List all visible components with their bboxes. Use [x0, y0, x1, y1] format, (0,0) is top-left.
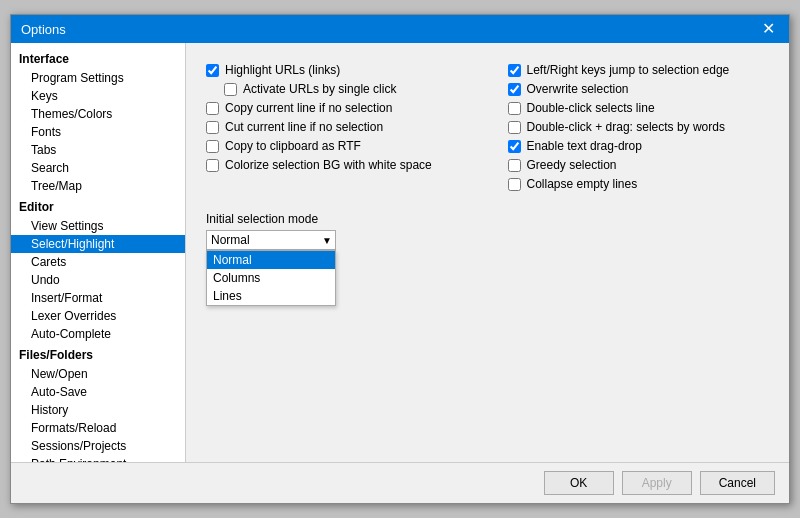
sidebar-item-select-highlight[interactable]: Select/Highlight	[11, 235, 185, 253]
sidebar-item-undo[interactable]: Undo	[11, 271, 185, 289]
sidebar-item-tree-map[interactable]: Tree/Map	[11, 177, 185, 195]
checkbox-label-cb10[interactable]: Double-click + drag: selects by words	[527, 120, 725, 134]
checkbox-row-cb1: Highlight URLs (links)	[206, 63, 468, 77]
content-area: Highlight URLs (links)Activate URLs by s…	[186, 43, 789, 462]
sidebar-item-auto-complete[interactable]: Auto-Complete	[11, 325, 185, 343]
dropdown-option-lines[interactable]: Lines	[207, 287, 335, 305]
sidebar-item-formats-reload[interactable]: Formats/Reload	[11, 419, 185, 437]
checkbox-label-cb8[interactable]: Overwrite selection	[527, 82, 629, 96]
dialog-body: InterfaceProgram SettingsKeysThemes/Colo…	[11, 43, 789, 462]
dialog-title: Options	[21, 22, 66, 37]
sidebar-item-program-settings[interactable]: Program Settings	[11, 69, 185, 87]
sidebar-item-keys[interactable]: Keys	[11, 87, 185, 105]
checkbox-cb9[interactable]	[508, 102, 521, 115]
checkbox-label-cb2[interactable]: Activate URLs by single click	[243, 82, 396, 96]
checkbox-cb12[interactable]	[508, 159, 521, 172]
checkbox-cb10[interactable]	[508, 121, 521, 134]
checkbox-cb8[interactable]	[508, 83, 521, 96]
sidebar-item-new-open[interactable]: New/Open	[11, 365, 185, 383]
checkbox-cb2[interactable]	[224, 83, 237, 96]
checkbox-cb6[interactable]	[206, 159, 219, 172]
checkbox-cb4[interactable]	[206, 121, 219, 134]
selection-mode-select[interactable]: NormalColumnsLines	[206, 230, 336, 250]
checkbox-row-cb6: Colorize selection BG with white space	[206, 158, 468, 172]
checkbox-row-cb5: Copy to clipboard as RTF	[206, 139, 468, 153]
dropdown-option-normal[interactable]: Normal	[207, 251, 335, 269]
sidebar-section-header: Files/Folders	[11, 345, 185, 365]
checkbox-label-cb11[interactable]: Enable text drag-drop	[527, 139, 642, 153]
checkbox-label-cb9[interactable]: Double-click selects line	[527, 101, 655, 115]
dropdown-option-columns[interactable]: Columns	[207, 269, 335, 287]
close-button[interactable]: ✕	[758, 21, 779, 37]
left-column: Highlight URLs (links)Activate URLs by s…	[206, 63, 468, 196]
checkbox-label-cb5[interactable]: Copy to clipboard as RTF	[225, 139, 361, 153]
checkbox-row-cb13: Collapse empty lines	[508, 177, 770, 191]
dropdown-list: NormalColumnsLines	[206, 250, 336, 306]
initial-selection-label: Initial selection mode	[206, 212, 769, 226]
options-dialog: Options ✕ InterfaceProgram SettingsKeysT…	[10, 14, 790, 504]
sidebar-item-sessions-projects[interactable]: Sessions/Projects	[11, 437, 185, 455]
checkbox-row-cb2: Activate URLs by single click	[224, 82, 468, 96]
checkbox-cb5[interactable]	[206, 140, 219, 153]
checkbox-label-cb1[interactable]: Highlight URLs (links)	[225, 63, 340, 77]
right-column: Left/Right keys jump to selection edgeOv…	[508, 63, 770, 196]
dialog-footer: OK Apply Cancel	[11, 462, 789, 503]
checkbox-label-cb7[interactable]: Left/Right keys jump to selection edge	[527, 63, 730, 77]
checkbox-row-cb4: Cut current line if no selection	[206, 120, 468, 134]
checkbox-label-cb12[interactable]: Greedy selection	[527, 158, 617, 172]
checkbox-cb11[interactable]	[508, 140, 521, 153]
checkbox-row-cb9: Double-click selects line	[508, 101, 770, 115]
sidebar-item-view-settings[interactable]: View Settings	[11, 217, 185, 235]
checkbox-label-cb13[interactable]: Collapse empty lines	[527, 177, 638, 191]
sidebar-item-carets[interactable]: Carets	[11, 253, 185, 271]
checkbox-cb7[interactable]	[508, 64, 521, 77]
sidebar-item-fonts[interactable]: Fonts	[11, 123, 185, 141]
checkbox-label-cb4[interactable]: Cut current line if no selection	[225, 120, 383, 134]
apply-button[interactable]: Apply	[622, 471, 692, 495]
sidebar-item-path-environment[interactable]: Path Environment	[11, 455, 185, 462]
ok-button[interactable]: OK	[544, 471, 614, 495]
sidebar-item-themes-colors[interactable]: Themes/Colors	[11, 105, 185, 123]
checkbox-row-cb8: Overwrite selection	[508, 82, 770, 96]
checkbox-cb13[interactable]	[508, 178, 521, 191]
main-options: Highlight URLs (links)Activate URLs by s…	[206, 63, 769, 196]
selection-mode-container: NormalColumnsLines ▼ NormalColumnsLines	[206, 230, 336, 250]
checkbox-row-cb7: Left/Right keys jump to selection edge	[508, 63, 770, 77]
sidebar-item-insert-format[interactable]: Insert/Format	[11, 289, 185, 307]
checkbox-row-cb12: Greedy selection	[508, 158, 770, 172]
sidebar-item-auto-save[interactable]: Auto-Save	[11, 383, 185, 401]
sidebar: InterfaceProgram SettingsKeysThemes/Colo…	[11, 43, 186, 462]
checkbox-row-cb3: Copy current line if no selection	[206, 101, 468, 115]
sidebar-section-header: Editor	[11, 197, 185, 217]
checkbox-row-cb10: Double-click + drag: selects by words	[508, 120, 770, 134]
sidebar-item-search[interactable]: Search	[11, 159, 185, 177]
checkbox-label-cb3[interactable]: Copy current line if no selection	[225, 101, 392, 115]
sidebar-item-lexer-overrides[interactable]: Lexer Overrides	[11, 307, 185, 325]
sidebar-item-history[interactable]: History	[11, 401, 185, 419]
sidebar-item-tabs[interactable]: Tabs	[11, 141, 185, 159]
cancel-button[interactable]: Cancel	[700, 471, 775, 495]
checkbox-row-cb11: Enable text drag-drop	[508, 139, 770, 153]
sidebar-section-header: Interface	[11, 49, 185, 69]
checkbox-cb3[interactable]	[206, 102, 219, 115]
checkbox-label-cb6[interactable]: Colorize selection BG with white space	[225, 158, 432, 172]
title-bar: Options ✕	[11, 15, 789, 43]
checkbox-cb1[interactable]	[206, 64, 219, 77]
